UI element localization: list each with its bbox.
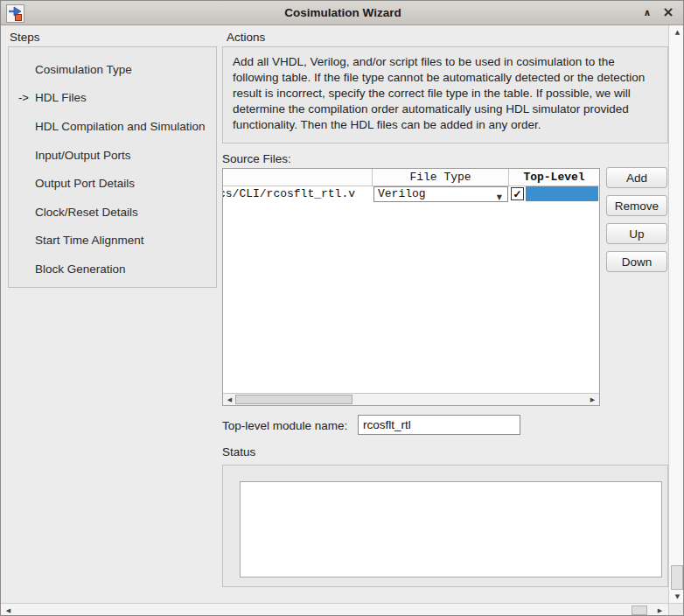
title-bar[interactable]: Cosimulation Wizard ∧ × <box>1 1 684 25</box>
table-horizontal-scrollbar[interactable]: ◀ ▶ <box>223 393 599 405</box>
selected-cell-highlight[interactable] <box>526 186 598 201</box>
top-level-checkbox[interactable]: ✓ <box>511 187 524 200</box>
step-input-output-ports: Input/Output Ports <box>9 141 216 170</box>
actions-heading: Actions <box>227 31 265 44</box>
chevron-down-icon: ▼ <box>497 191 502 204</box>
step-start-time-alignment: Start Time Alignment <box>9 227 216 256</box>
steps-panel: Cosimulation Type -> HDL Files HDL Compi… <box>8 46 217 288</box>
step-cosimulation-type: Cosimulation Type <box>9 55 216 84</box>
add-button[interactable]: Add <box>606 167 667 188</box>
steps-heading: Steps <box>10 31 40 44</box>
step-clock-reset-details: Clock/Reset Details <box>9 198 216 227</box>
scroll-left-icon[interactable]: ◀ <box>224 394 235 405</box>
close-icon[interactable]: × <box>660 5 677 21</box>
window-title: Cosimulation Wizard <box>1 6 684 19</box>
current-step-arrow: -> <box>18 91 35 104</box>
table-scrollbar-thumb[interactable] <box>235 395 352 404</box>
vertical-scrollbar[interactable]: ▲ ▼ <box>668 25 684 603</box>
scroll-right-icon[interactable]: ▶ <box>587 394 598 405</box>
status-panel <box>222 465 668 587</box>
up-button[interactable]: Up <box>606 223 667 244</box>
down-button[interactable]: Down <box>606 251 667 272</box>
table-row[interactable]: cs/CLI/rcosflt_rtl.v Verilog ▼ ✓ <box>223 186 599 202</box>
minimize-icon[interactable]: ∧ <box>639 5 656 21</box>
cosimulation-wizard-window: Cosimulation Wizard ∧ × Steps Cosimulati… <box>0 0 684 616</box>
scroll-right-icon[interactable]: ▶ <box>654 606 666 616</box>
horizontal-scrollbar[interactable]: ◀ ▶ <box>1 603 668 616</box>
file-name-column-header <box>223 169 373 186</box>
file-type-dropdown[interactable]: Verilog ▼ <box>373 186 508 202</box>
top-level-column-header: Top-Level <box>509 169 599 186</box>
vertical-scrollbar-thumb[interactable] <box>671 565 683 590</box>
remove-button[interactable]: Remove <box>606 195 667 216</box>
horizontal-scrollbar-thumb[interactable] <box>632 606 647 615</box>
scroll-down-icon[interactable]: ▼ <box>671 591 684 602</box>
table-header-row: File Type Top-Level <box>223 169 599 186</box>
step-block-generation: Block Generation <box>9 255 216 284</box>
status-message-box <box>240 481 662 578</box>
scroll-up-icon[interactable]: ▲ <box>671 26 684 38</box>
step-output-port-details: Output Port Details <box>9 169 216 198</box>
top-level-cell[interactable]: ✓ <box>509 186 599 202</box>
file-type-column-header: File Type <box>373 169 509 186</box>
step-hdl-compilation-and-simulation: HDL Compilation and Simulation <box>9 112 216 141</box>
source-files-label: Source Files: <box>222 152 291 165</box>
scrollbar-corner <box>668 603 684 616</box>
status-heading: Status <box>222 445 255 458</box>
file-path-cell[interactable]: cs/CLI/rcosflt_rtl.v <box>223 186 373 202</box>
module-name-input[interactable] <box>358 415 520 435</box>
module-name-label: Top-level module name: <box>222 419 347 432</box>
scroll-left-icon[interactable]: ◀ <box>3 606 14 616</box>
step-hdl-files: -> HDL Files <box>9 84 216 113</box>
actions-description: Add all VHDL, Verilog, and/or script fil… <box>222 46 668 144</box>
source-files-table: File Type Top-Level cs/CLI/rcosflt_rtl.v… <box>222 168 600 406</box>
